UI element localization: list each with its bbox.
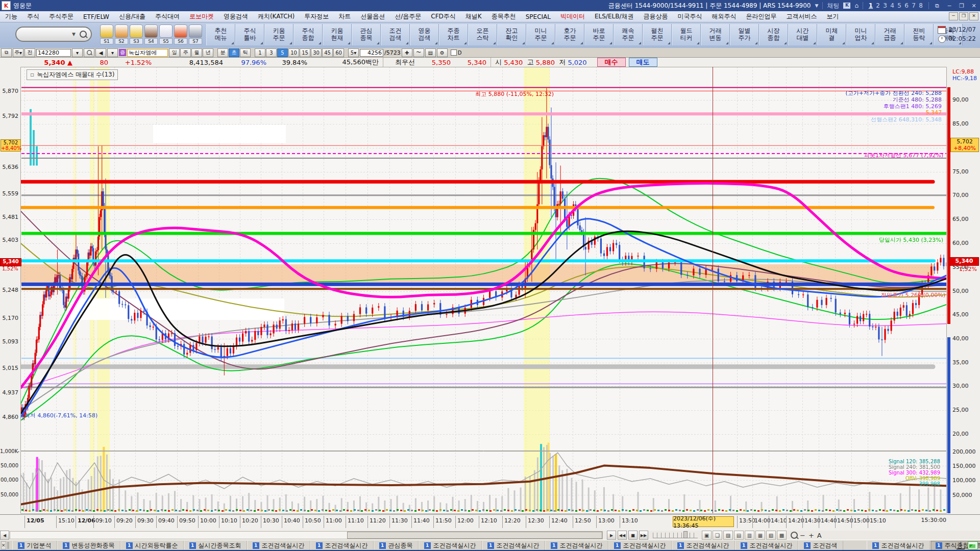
mode-button-초[interactable]: 초 xyxy=(229,48,239,57)
quick-slot-S5[interactable]: S5 xyxy=(159,24,173,44)
d-checkbox[interactable]: D xyxy=(451,49,462,56)
workspace-number-5[interactable]: 5 xyxy=(896,2,903,9)
toolbar-button-주식툴바[interactable]: 주식툴바 xyxy=(235,24,264,45)
toolbar-button-주종차트[interactable]: 주종차트 xyxy=(439,24,468,45)
chart-tool-icon-1[interactable]: ❏ xyxy=(713,531,722,540)
menu-item-주식대여[interactable]: 주식대여 xyxy=(155,12,180,21)
toolbar-button-잔고확인[interactable]: 잔고확인 xyxy=(497,24,526,45)
minimize-button[interactable]: ─ xyxy=(945,3,953,9)
workspace-number-6[interactable]: 6 xyxy=(903,2,910,9)
task-tab-조건검색실시간[interactable]: 1조건검색실시간 xyxy=(867,541,930,550)
menu-item-SPECIAL[interactable]: SPECIAL xyxy=(526,13,551,20)
quick-slot-S6[interactable]: S6 xyxy=(174,24,187,44)
menu-item-빅데이터[interactable]: 빅데이터 xyxy=(560,12,585,21)
chart-tool-icon-2[interactable]: ▨ xyxy=(723,531,733,540)
workspace-number-1[interactable]: 1 xyxy=(867,2,874,9)
chart-settings-icon[interactable]: ⚙ xyxy=(437,48,448,57)
workspace-number-3[interactable]: 3 xyxy=(881,2,889,9)
menu-item-기능[interactable]: 기능 xyxy=(5,12,17,21)
chart-tool-icon-3[interactable]: ▤ xyxy=(734,531,744,540)
menu-item-투자정보[interactable]: 투자정보 xyxy=(304,12,329,21)
chart-tool-icon-7[interactable]: ▩ xyxy=(777,531,787,540)
mode-button-틱[interactable]: 틱 xyxy=(240,48,251,57)
period-button-월[interactable]: 월 xyxy=(191,48,202,57)
chart-tool-icon-6[interactable]: ▧ xyxy=(766,531,776,540)
bar-index-field[interactable]: 4256 xyxy=(360,49,383,57)
task-tab-기업분석[interactable]: 1기업분석 xyxy=(12,541,57,550)
menu-item-온라인업무[interactable]: 온라인업무 xyxy=(746,12,776,21)
task-tab-조건검색실시간[interactable]: 1조건검색실시간 xyxy=(310,541,374,550)
interval-button-1[interactable]: 1 xyxy=(255,48,265,57)
k-badge-icon[interactable]: K xyxy=(843,3,850,9)
toolbar-button-관심종목[interactable]: 관심종목 xyxy=(352,24,381,45)
menu-item-로보마켓[interactable]: 로보마켓 xyxy=(189,12,214,21)
zoom-out-button[interactable]: − xyxy=(800,532,805,539)
menu-item-해외주식[interactable]: 해외주식 xyxy=(712,12,736,21)
task-tab-조건검색실시간[interactable]: 1조건검색실시간 xyxy=(735,541,798,550)
toolbar-button-미니주문[interactable]: 미니주문 xyxy=(526,24,555,45)
stop-icon[interactable]: ■ xyxy=(628,531,638,540)
search-dropdown-icon[interactable]: ▼ xyxy=(72,32,76,37)
stock-code-input[interactable]: 142280 xyxy=(36,49,71,57)
quick-slot-S4[interactable]: S4 xyxy=(144,24,158,44)
toolbar-button-키움현재[interactable]: 키움현재 xyxy=(323,24,352,45)
toolbar-button-쾌속주문[interactable]: 쾌속주문 xyxy=(614,24,643,45)
toolbar-button-펼친주문[interactable]: 펼친주문 xyxy=(643,24,672,45)
download-icon[interactable]: ↓ xyxy=(957,541,965,549)
toolbar-button-주식종합[interactable]: 주식종합 xyxy=(293,24,323,45)
interval-button-60[interactable]: 60 xyxy=(333,48,344,57)
toolbar-button-미니업차[interactable]: 미니업차 xyxy=(846,24,875,45)
prev-button[interactable]: 전 xyxy=(24,48,35,57)
stock-search-input[interactable]: ▼ xyxy=(15,27,92,42)
menu-item-미국주식[interactable]: 미국주식 xyxy=(677,12,702,21)
home-icon[interactable]: ⌂ xyxy=(854,2,859,9)
candle-tool-icon[interactable]: ✚ xyxy=(402,48,412,57)
save-chart-icon[interactable]: ▤ xyxy=(425,48,436,57)
stock-name-field[interactable]: 녹십자엠에 xyxy=(127,49,168,57)
line-tool-icon[interactable]: 〜 xyxy=(413,48,424,57)
multi-monitor-icon[interactable]: ⧉ xyxy=(933,3,941,9)
task-tab-조건검색실시간[interactable]: 1조건검색실시간 xyxy=(482,541,545,550)
menu-item-주식[interactable]: 주식 xyxy=(27,12,39,21)
phone-dropdown-icon[interactable]: ▼ xyxy=(815,3,818,8)
mode-button-분[interactable]: 분 xyxy=(217,48,228,57)
taskbar-close-icon[interactable]: ✕ xyxy=(1,541,6,549)
menu-item-CFD주식[interactable]: CFD주식 xyxy=(431,12,456,21)
task-tab-관심종목[interactable]: 1관심종목 xyxy=(374,541,419,550)
scrollbar-thumb[interactable] xyxy=(347,532,602,539)
zoom-slider[interactable] xyxy=(653,533,698,538)
interval-button-3[interactable]: 3 xyxy=(266,48,277,57)
menu-item-보기[interactable]: 보기 xyxy=(826,12,839,21)
pane-layout-icon[interactable]: ⧉ xyxy=(1,48,12,57)
menu-item-차트[interactable]: 차트 xyxy=(338,12,351,21)
task-tab-조건검색실시간[interactable]: 1조건검색실시간 xyxy=(419,541,482,550)
mini-period-select[interactable]: 주 ▾ xyxy=(13,48,23,57)
auto-scale-button[interactable]: A xyxy=(817,532,822,539)
menu-item-캐치(KATCH)[interactable]: 캐치(KATCH) xyxy=(258,12,295,21)
scroll-left-button[interactable]: ◀ xyxy=(0,531,9,540)
toolbar-button-바로주문[interactable]: 바로주문 xyxy=(584,24,614,45)
period-button-년[interactable]: 년 xyxy=(203,48,213,57)
toolbar-button-오픈스탁[interactable]: 오픈스탁 xyxy=(468,24,497,45)
interval-button-30[interactable]: 30 xyxy=(311,48,322,57)
menu-item-종목추천[interactable]: 종목추천 xyxy=(492,12,516,21)
menu-item-신용/대출[interactable]: 신용/대출 xyxy=(119,12,145,21)
taskbar-grip[interactable] xyxy=(7,542,9,549)
period-button-일[interactable]: 일 xyxy=(169,48,180,57)
quick-slot-S3[interactable]: S3 xyxy=(130,24,143,44)
task-tab-변동성완화종목[interactable]: 1변동성완화종목 xyxy=(57,541,120,550)
interval-button-10[interactable]: 10 xyxy=(288,48,299,57)
play-icon[interactable]: ▶ xyxy=(607,531,616,540)
task-tab-실시간종목조회[interactable]: 1실시간종목조회 xyxy=(184,541,247,550)
rewind-icon[interactable]: ◀◀ xyxy=(618,531,627,540)
price-chart-canvas[interactable] xyxy=(20,67,947,514)
code-search-icon[interactable] xyxy=(84,48,94,57)
toolbar-button-시간대별[interactable]: 시간대별 xyxy=(788,24,817,45)
quick-slot-S7[interactable]: S7 xyxy=(189,24,202,44)
menu-item-채널K[interactable]: 채널K xyxy=(465,12,482,21)
toolbar-button-키움주문[interactable]: 키움주문 xyxy=(264,24,293,45)
workspace-number-8[interactable]: 8 xyxy=(917,2,924,9)
chart-title[interactable]: 녹십자엠에스 매물대 수(13) xyxy=(27,69,118,80)
menu-item-고객서비스[interactable]: 고객서비스 xyxy=(786,12,817,21)
workspace-number-2[interactable]: 2 xyxy=(874,2,881,9)
